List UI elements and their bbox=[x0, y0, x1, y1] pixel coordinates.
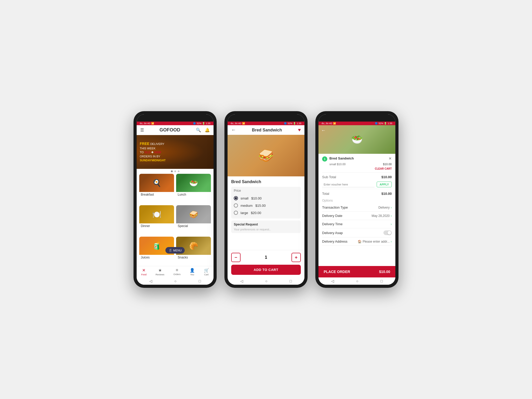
back-button[interactable]: ← bbox=[231, 127, 236, 133]
recents-sys-btn-2[interactable]: □ bbox=[290, 279, 292, 283]
transaction-type-row[interactable]: Transaction Type Delivery › bbox=[322, 203, 392, 212]
lunch-label: Lunch bbox=[176, 192, 211, 197]
menu-fab-label: MENU bbox=[173, 249, 182, 252]
back-sys-btn-3[interactable]: ◁ bbox=[331, 279, 334, 283]
cart-item-name: Bred Sandwich bbox=[329, 156, 387, 160]
delivery-time-row[interactable]: Delivery Time › bbox=[322, 220, 392, 228]
promo-banner: FREE DELIVERY THIS WEEK TO OLD ✚ NSW ORD… bbox=[137, 135, 214, 169]
price-option-large[interactable]: large $20.00 bbox=[234, 209, 298, 216]
quantity-display: 1 bbox=[243, 255, 289, 260]
category-dinner[interactable]: 🍽️ Dinner bbox=[139, 205, 174, 235]
carrier-text-2: du, Jio 4G bbox=[231, 122, 241, 125]
voucher-row: APPLY bbox=[322, 182, 392, 187]
delivery-text: DELIVERY bbox=[150, 142, 164, 145]
radio-medium[interactable] bbox=[234, 203, 238, 208]
time-text-3: 1:35 bbox=[388, 122, 392, 125]
orders-text: ORDERS IN BY bbox=[140, 155, 166, 158]
signal-icon: 📶 bbox=[151, 122, 154, 125]
cart-item-remove-button[interactable]: ✕ bbox=[389, 156, 392, 161]
nav-cart[interactable]: 🛒 Cart bbox=[204, 268, 209, 276]
food-nav-label: Food bbox=[141, 273, 147, 276]
clear-cart-button[interactable]: CLEAR CART bbox=[322, 167, 392, 170]
bell-icon[interactable]: 🔔 bbox=[205, 128, 210, 132]
nav-you[interactable]: 👤 You bbox=[190, 268, 195, 276]
nav-orders[interactable]: ≡ Orders bbox=[173, 268, 181, 276]
back-sys-btn[interactable]: ◁ bbox=[149, 279, 152, 283]
gofood-logo: GOFOOD bbox=[159, 127, 180, 133]
home-sys-btn[interactable]: ○ bbox=[174, 279, 176, 283]
nav-reviews[interactable]: ★ Reviews bbox=[156, 268, 164, 276]
snacks-label: Snacks bbox=[176, 255, 211, 260]
nav-food[interactable]: ✕ Food bbox=[141, 268, 147, 276]
quantity-decrease-button[interactable]: − bbox=[231, 253, 241, 262]
toggle-knob bbox=[388, 231, 391, 235]
category-special[interactable]: 🥪 Special bbox=[176, 205, 211, 235]
subtotal-label: Sub Total bbox=[322, 175, 336, 179]
header-icons: 🔍 🔔 bbox=[196, 128, 210, 132]
price-section: Price small $10.00 medium $15.00 bbox=[231, 187, 301, 218]
product-header-title: Bred Sandwich bbox=[252, 128, 282, 132]
price-option-small[interactable]: small $10.00 bbox=[234, 195, 298, 202]
recents-sys-btn-3[interactable]: □ bbox=[381, 279, 383, 283]
category-lunch[interactable]: 🥗 Lunch bbox=[176, 174, 211, 203]
battery-text: 52% bbox=[197, 122, 201, 125]
radio-large[interactable] bbox=[234, 211, 238, 215]
dot-1[interactable] bbox=[171, 170, 173, 172]
options-section-label: Options bbox=[322, 199, 392, 202]
add-to-cart-button[interactable]: ADD TO CART bbox=[231, 265, 301, 275]
reviews-nav-icon: ★ bbox=[158, 268, 162, 273]
apply-voucher-button[interactable]: APPLY bbox=[377, 182, 392, 187]
delivery-time-label: Delivery Time bbox=[322, 222, 343, 226]
price-small-label: small $10.00 bbox=[241, 196, 262, 200]
back-sys-btn-2[interactable]: ◁ bbox=[240, 279, 243, 283]
subtotal-row: Sub Total $10.00 bbox=[322, 174, 392, 180]
status-left-2: du, Jio 4G 📶 bbox=[231, 122, 245, 125]
category-breakfast[interactable]: 🍳 Breakfast bbox=[139, 174, 174, 203]
phone3-main: ← 🥗 1 Bred Sandwich ✕ small $10.00 $10.0… bbox=[318, 125, 395, 285]
this-week-text: THIS WEEK bbox=[140, 147, 166, 150]
home-sys-btn-3[interactable]: ○ bbox=[356, 279, 358, 283]
deadline-text: SUNDAYMIDNIGHT bbox=[140, 158, 166, 162]
special-request-input[interactable]: Your preferences or request.. bbox=[234, 228, 298, 231]
cart-back-button[interactable]: ← bbox=[321, 128, 326, 133]
bluetooth-icon: 🔵 bbox=[193, 122, 196, 125]
divider-1 bbox=[322, 172, 392, 172]
phone2-product-detail: du, Jio 4G 📶 🔵 52% 🔋 1:35 ← Bred Sandwic… bbox=[224, 111, 308, 288]
delivery-asap-toggle[interactable] bbox=[383, 230, 392, 235]
delivery-address-chevron: › bbox=[391, 240, 392, 243]
menu-fab-button[interactable]: 🍴 MENU bbox=[165, 247, 185, 254]
menu-fab-icon: 🍴 bbox=[169, 249, 172, 252]
delivery-address-row[interactable]: Delivery Address 🏠 Please enter addr... … bbox=[322, 237, 392, 246]
favorite-button[interactable]: ♥ bbox=[298, 127, 301, 133]
delivery-date-row[interactable]: Delivery Date May 28,2020 › bbox=[322, 212, 392, 220]
radio-small[interactable] bbox=[234, 196, 238, 200]
voucher-input[interactable] bbox=[322, 182, 375, 187]
place-order-label: PLACE ORDER bbox=[324, 270, 350, 274]
place-order-button[interactable]: PLACE ORDER $10.00 bbox=[318, 266, 395, 277]
battery-text-2: 52% bbox=[288, 122, 292, 125]
place-order-price: $10.00 bbox=[379, 270, 390, 274]
cart-item-sub-row: small $10.00 $10.00 bbox=[322, 163, 392, 166]
bluetooth-icon-3: 🔵 bbox=[375, 122, 378, 125]
old-text: OLD bbox=[144, 151, 151, 154]
cart-header-image: ← 🥗 bbox=[318, 125, 395, 154]
gofood-title: GOFOOD bbox=[159, 127, 180, 133]
status-left-1: du, Jio 4G 📶 bbox=[140, 122, 154, 125]
banner-text: FREE DELIVERY THIS WEEK TO OLD ✚ NSW ORD… bbox=[140, 141, 166, 162]
time-text-2: 1:35 bbox=[297, 122, 301, 125]
price-option-medium[interactable]: medium $15.00 bbox=[234, 202, 298, 209]
home-sys-btn-2[interactable]: ○ bbox=[265, 279, 267, 283]
recents-sys-btn[interactable]: □ bbox=[199, 279, 201, 283]
signal-icon-3: 📶 bbox=[333, 122, 336, 125]
reviews-nav-label: Reviews bbox=[156, 273, 164, 276]
battery-text-3: 52% bbox=[378, 122, 383, 125]
quantity-increase-button[interactable]: + bbox=[291, 253, 301, 262]
dot-3[interactable] bbox=[178, 170, 179, 172]
hamburger-icon[interactable]: ☰ bbox=[140, 128, 144, 132]
product-info: Bred Sandwich Price small $10.00 medium … bbox=[228, 176, 304, 250]
dot-2[interactable] bbox=[174, 170, 176, 172]
orders-nav-label: Orders bbox=[173, 273, 181, 276]
orders-nav-icon: ≡ bbox=[176, 268, 178, 272]
search-icon[interactable]: 🔍 bbox=[196, 128, 201, 132]
banner-dots bbox=[137, 169, 214, 174]
